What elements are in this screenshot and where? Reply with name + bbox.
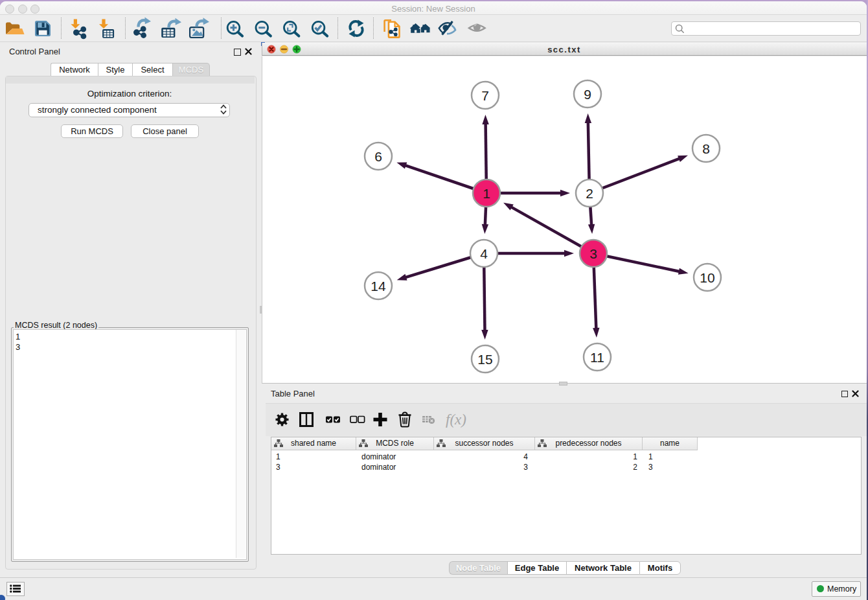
svg-text:11: 11 [590,350,604,365]
svg-text:14: 14 [371,279,386,294]
svg-text:2: 2 [586,186,593,201]
svg-text:f(x): f(x) [446,411,466,428]
svg-text:6: 6 [374,149,382,164]
svg-text:7: 7 [481,88,489,103]
svg-text:15: 15 [477,352,492,367]
svg-text:4: 4 [480,246,488,261]
svg-text:9: 9 [584,87,591,102]
svg-text:3: 3 [589,246,597,261]
svg-text:10: 10 [700,270,714,285]
svg-text:1: 1 [483,186,490,201]
svg-text:8: 8 [702,141,710,156]
